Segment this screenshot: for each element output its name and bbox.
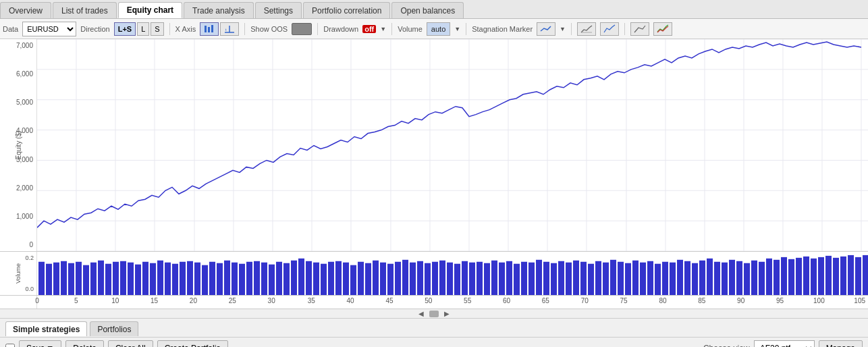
y-tick-1000: 1,000 <box>0 213 35 220</box>
tab-overview[interactable]: Overview <box>0 2 51 18</box>
svg-rect-136 <box>781 257 787 295</box>
svg-rect-66 <box>261 263 267 295</box>
x-tick-100: 100 <box>813 297 825 304</box>
stagnation-arrow[interactable]: ▼ <box>560 26 566 32</box>
svg-rect-85 <box>402 260 408 295</box>
svg-rect-65 <box>254 261 260 295</box>
svg-rect-44 <box>98 261 104 295</box>
svg-rect-127 <box>714 262 720 295</box>
svg-rect-89 <box>432 262 438 295</box>
svg-rect-64 <box>246 262 252 295</box>
volume-y-label: Volume <box>15 263 22 284</box>
tab-list-of-trades[interactable]: List of trades <box>53 2 117 18</box>
volume-area: Volume 0.2 0.0 <box>0 252 868 296</box>
x-tick-105: 105 <box>854 297 865 304</box>
scroll-left-arrow[interactable]: ◀ <box>418 310 424 317</box>
svg-rect-51 <box>150 263 156 295</box>
direction-l-btn[interactable]: L <box>137 22 149 36</box>
volume-arrow[interactable]: ▼ <box>454 26 460 32</box>
view-select[interactable]: AF20 ptf <box>754 340 815 348</box>
volume-toggle[interactable]: auto <box>427 22 450 36</box>
stagnation-icon[interactable] <box>537 22 555 36</box>
volume-bar-chart[interactable] <box>37 252 868 295</box>
svg-rect-115 <box>625 263 631 295</box>
manage-button[interactable]: Manage <box>819 340 863 348</box>
sep7 <box>624 23 625 35</box>
bottom-section: Simple strategies Portfolios Save ▼ Dele… <box>0 319 868 347</box>
chart-type-btn4[interactable] <box>653 22 672 36</box>
tab-trade-analysis[interactable]: Trade analysis <box>184 2 254 18</box>
drawdown-toggle[interactable]: off <box>362 25 376 33</box>
x-tick-40: 40 <box>347 297 354 304</box>
bottom-toolbar: Save ▼ Delete Clear All Create Portfolio… <box>0 338 868 347</box>
save-label: Save <box>26 344 45 348</box>
drawdown-arrow[interactable]: ▼ <box>380 26 386 32</box>
vol-tick-00: 0.0 <box>25 286 34 292</box>
save-button[interactable]: Save ▼ <box>19 340 61 348</box>
tab-open-balances[interactable]: Open balances <box>391 2 464 18</box>
svg-rect-92 <box>454 264 460 295</box>
svg-rect-68 <box>276 262 282 295</box>
svg-rect-63 <box>239 264 245 295</box>
svg-rect-141 <box>818 257 824 295</box>
svg-rect-137 <box>788 259 794 295</box>
svg-rect-75 <box>328 262 334 295</box>
y-axis: Equity ($) 7,000 6,000 5,000 4,000 3,000… <box>0 39 37 251</box>
x-tick-95: 95 <box>776 297 784 304</box>
x-tick-55: 55 <box>464 297 471 304</box>
y-axis-label: Equity ($) <box>15 131 22 160</box>
select-all-checkbox[interactable] <box>5 344 15 348</box>
svg-rect-86 <box>410 263 416 295</box>
clear-all-button[interactable]: Clear All <box>108 340 153 348</box>
tab-portfolio-correlation[interactable]: Portfolio correlation <box>303 2 390 18</box>
strategy-tab-portfolios[interactable]: Portfolios <box>90 321 138 336</box>
svg-rect-138 <box>796 258 802 295</box>
create-portfolio-button[interactable]: Create Portfolio <box>157 340 228 348</box>
chart-type-btn1[interactable] <box>577 22 596 36</box>
tab-settings[interactable]: Settings <box>255 2 302 18</box>
svg-rect-57 <box>194 263 200 295</box>
delete-button[interactable]: Delete <box>65 340 104 348</box>
sep5 <box>466 23 466 35</box>
svg-text:t: t <box>225 28 227 32</box>
x-tick-60: 60 <box>503 297 510 304</box>
data-label: Data <box>3 25 18 33</box>
equity-line-chart[interactable] <box>37 39 868 251</box>
toolbar: Data EURUSD Direction L+S L S X Axis t S… <box>0 19 868 39</box>
svg-rect-146 <box>855 257 861 295</box>
svg-rect-130 <box>736 261 742 295</box>
tab-equity-chart[interactable]: Equity chart <box>118 2 182 18</box>
svg-rect-39 <box>61 261 67 295</box>
direction-s-btn[interactable]: S <box>151 22 163 36</box>
drawdown-label: Drawdown <box>323 25 358 33</box>
svg-rect-40 <box>68 263 74 295</box>
svg-rect-91 <box>447 263 453 295</box>
svg-rect-106 <box>558 261 564 295</box>
strategy-tab-simple[interactable]: Simple strategies <box>5 321 87 336</box>
svg-rect-94 <box>469 263 475 295</box>
show-oos-toggle[interactable] <box>292 23 312 35</box>
svg-rect-37 <box>46 264 52 295</box>
svg-rect-56 <box>187 261 193 295</box>
xaxis-time-icon[interactable]: t <box>220 22 239 36</box>
chart-type-btn3[interactable] <box>630 22 649 36</box>
data-select[interactable]: EURUSD <box>22 22 76 36</box>
svg-rect-72 <box>306 261 312 295</box>
chart-type-btn2[interactable] <box>600 22 619 36</box>
xaxis-trades-icon[interactable] <box>200 22 219 36</box>
svg-rect-124 <box>692 263 698 295</box>
svg-rect-0 <box>205 26 207 32</box>
scroll-handle[interactable] <box>429 311 439 317</box>
svg-rect-96 <box>484 263 490 295</box>
scroll-right-arrow[interactable]: ▶ <box>444 310 450 317</box>
svg-rect-62 <box>232 263 238 295</box>
chart-area: Equity ($) 7,000 6,000 5,000 4,000 3,000… <box>0 39 868 252</box>
svg-rect-58 <box>202 265 208 295</box>
svg-rect-54 <box>172 264 178 295</box>
svg-rect-2 <box>211 25 213 32</box>
equity-chart-main <box>37 39 868 251</box>
svg-rect-133 <box>759 262 765 295</box>
x-tick-35: 35 <box>308 297 315 304</box>
x-tick-45: 45 <box>385 297 393 304</box>
direction-ls-btn[interactable]: L+S <box>114 22 136 36</box>
